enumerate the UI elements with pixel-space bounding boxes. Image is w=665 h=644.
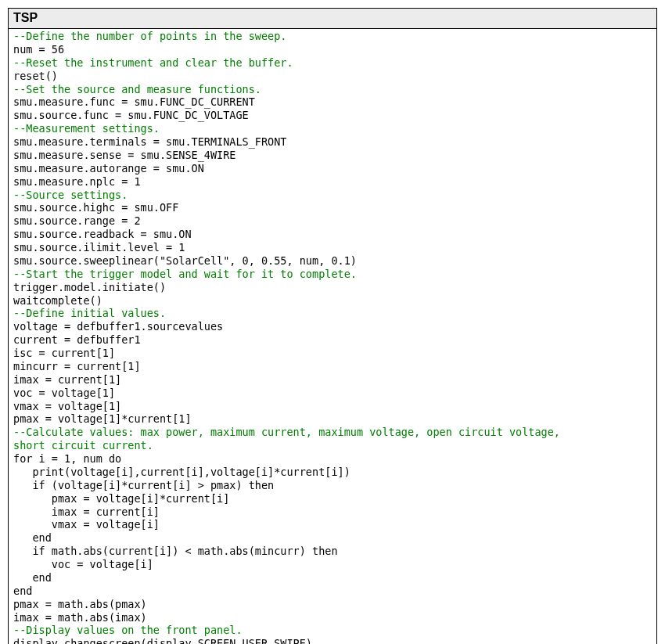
code-line: smu.source.readback = smu.ON (13, 228, 652, 241)
code-line: imax = current[i] (13, 505, 652, 519)
code-line: imax = current[1] (13, 373, 652, 387)
code-line: trigger.model.initiate() (13, 281, 652, 294)
code-line: waitcomplete() (13, 294, 652, 308)
code-line: mincurr = current[1] (13, 360, 652, 373)
code-line: smu.measure.func = smu.FUNC_DC_CURRENT (13, 95, 652, 109)
code-line: print(voltage[i],current[i],voltage[i]*c… (13, 466, 652, 479)
code-line: pmax = voltage[i]*current[i] (13, 492, 652, 505)
code-comment-line: --Define initial values. (13, 307, 652, 320)
code-line: voltage = defbuffer1.sourcevalues (13, 320, 652, 333)
code-panel: TSP --Define the number of points in the… (8, 8, 657, 644)
code-line: end (13, 585, 652, 598)
code-line: pmax = voltage[1]*current[1] (13, 412, 652, 426)
code-line: smu.source.sweeplinear("SolarCell", 0, 0… (13, 254, 652, 268)
code-line: pmax = math.abs(pmax) (13, 598, 652, 611)
code-comment-line: short circuit current. (13, 439, 652, 452)
code-line: smu.source.func = smu.FUNC_DC_VOLTAGE (13, 109, 652, 122)
code-line: voc = voltage[i] (13, 558, 652, 571)
code-line: imax = math.abs(imax) (13, 611, 652, 624)
code-line: reset() (13, 70, 652, 83)
code-line: smu.source.ilimit.level = 1 (13, 241, 652, 254)
code-comment-line: --Display values on the front panel. (13, 624, 652, 637)
code-line: if (voltage[i]*current[i] > pmax) then (13, 479, 652, 492)
code-line: smu.source.range = 2 (13, 214, 652, 228)
code-comment-line: --Calculate values: max power, maximum c… (13, 426, 652, 439)
code-block: --Define the number of points in the swe… (9, 29, 656, 644)
code-comment-line: --Measurement settings. (13, 122, 652, 135)
panel-title: TSP (9, 9, 656, 29)
code-line: vmax = voltage[1] (13, 400, 652, 413)
code-comment-line: --Define the number of points in the swe… (13, 30, 652, 43)
code-line: isc = current[1] (13, 347, 652, 360)
code-line: end (13, 571, 652, 585)
code-line: smu.measure.sense = smu.SENSE_4WIRE (13, 149, 652, 162)
code-line: voc = voltage[1] (13, 387, 652, 400)
code-line: smu.measure.autorange = smu.ON (13, 162, 652, 175)
code-comment-line: --Start the trigger model and wait for i… (13, 268, 652, 281)
code-line: display.changescreen(display.SCREEN_USER… (13, 637, 652, 644)
code-line: num = 56 (13, 43, 652, 56)
code-line: smu.measure.nplc = 1 (13, 175, 652, 189)
code-comment-line: --Set the source and measure functions. (13, 83, 652, 96)
code-line: for i = 1, num do (13, 452, 652, 466)
code-line: vmax = voltage[i] (13, 518, 652, 531)
code-line: end (13, 531, 652, 545)
code-comment-line: --Source settings. (13, 189, 652, 202)
code-line: if math.abs(current[i]) < math.abs(mincu… (13, 545, 652, 558)
code-line: current = defbuffer1 (13, 333, 652, 347)
code-line: smu.source.highc = smu.OFF (13, 201, 652, 214)
code-line: smu.measure.terminals = smu.TERMINALS_FR… (13, 135, 652, 149)
code-comment-line: --Reset the instrument and clear the buf… (13, 56, 652, 70)
